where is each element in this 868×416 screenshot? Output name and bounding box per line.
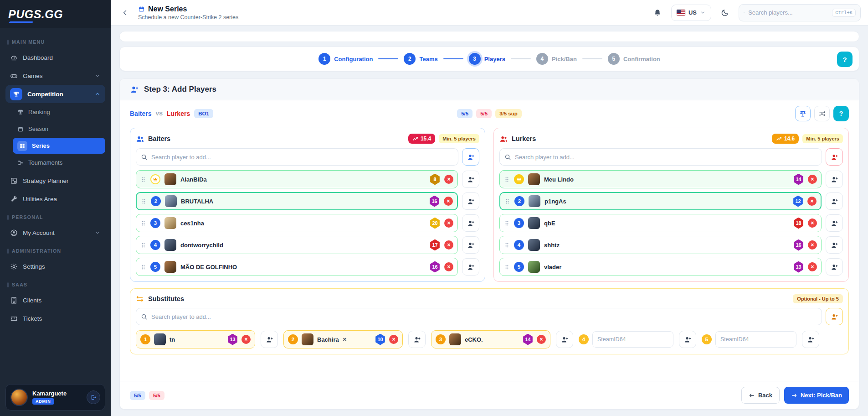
- player-search[interactable]: [499, 148, 822, 166]
- step-number: 3: [469, 53, 481, 65]
- swap-player-button[interactable]: [462, 192, 479, 210]
- player-row[interactable]: 5 MÃO DE GOLFINHO 16 ×: [136, 258, 458, 276]
- sidebar-item-ranking[interactable]: Ranking: [13, 104, 105, 120]
- remove-player-button[interactable]: ×: [241, 335, 251, 344]
- trophy-icon: [10, 88, 22, 100]
- step-teams[interactable]: 2 Teams: [404, 53, 437, 65]
- user-profile-card[interactable]: Kamarguete ADMIN: [5, 384, 105, 411]
- next-pick-ban-button[interactable]: Next: Pick/Ban: [784, 387, 849, 404]
- drag-handle-icon[interactable]: [504, 177, 510, 182]
- app-logo[interactable]: PUGS.GG: [0, 0, 111, 28]
- sidebar-item-season[interactable]: Season: [13, 121, 105, 137]
- steamid-input[interactable]: [715, 331, 796, 348]
- player-search-input[interactable]: [515, 154, 817, 161]
- remove-player-button[interactable]: ×: [444, 240, 453, 250]
- player-row[interactable]: 4 shhtz 16 ×: [499, 236, 822, 254]
- sidebar-item-series[interactable]: Series: [13, 138, 105, 154]
- remove-player-button[interactable]: ×: [444, 175, 453, 184]
- player-name: Bachira: [317, 336, 339, 343]
- drag-handle-icon[interactable]: [141, 198, 147, 204]
- add-from-roster-button[interactable]: [826, 148, 843, 166]
- player-search[interactable]: [136, 148, 458, 166]
- remove-player-button[interactable]: ×: [389, 335, 398, 344]
- sidebar-item-competition[interactable]: Competition: [5, 85, 105, 103]
- player-row[interactable]: 3 qbE 18 ×: [499, 214, 822, 232]
- remove-player-button[interactable]: ×: [808, 240, 817, 250]
- sidebar-item-tickets[interactable]: Tickets: [5, 309, 105, 328]
- sidebar-item-dashboard[interactable]: Dashboard: [5, 48, 105, 67]
- remove-player-button[interactable]: ×: [444, 197, 453, 206]
- sidebar-item-clients[interactable]: Clients: [5, 291, 105, 309]
- help-button[interactable]: ?: [833, 106, 849, 121]
- drag-handle-icon[interactable]: [140, 264, 146, 270]
- remove-player-button[interactable]: ×: [444, 262, 453, 271]
- remove-player-button[interactable]: ×: [537, 335, 546, 344]
- add-by-steamid-button[interactable]: [679, 331, 696, 348]
- sidebar-item-utilities-area[interactable]: Utilities Area: [5, 190, 105, 208]
- player-row[interactable]: 4 dontworrychild 17 ×: [136, 236, 458, 254]
- substitute-search-input[interactable]: [151, 313, 817, 320]
- sidebar-item-games[interactable]: Games: [5, 67, 105, 85]
- remove-player-button[interactable]: ×: [808, 175, 817, 184]
- step-players[interactable]: 3 Players: [469, 53, 505, 65]
- back-button[interactable]: Back: [741, 387, 780, 404]
- drag-handle-icon[interactable]: [140, 220, 146, 226]
- locale-selector[interactable]: US: [671, 5, 711, 21]
- sidebar-item-label: Ranking: [28, 109, 50, 115]
- swap-player-button[interactable]: [462, 214, 479, 232]
- substitute-slot[interactable]: 1 tn 13 ×: [136, 330, 255, 348]
- drag-handle-icon[interactable]: [140, 242, 146, 248]
- drag-handle-icon[interactable]: [504, 198, 510, 204]
- substitute-slot[interactable]: 2 Bachira ✕ 10 ×: [283, 330, 403, 348]
- swap-player-button[interactable]: [462, 171, 479, 188]
- drag-handle-icon[interactable]: [504, 264, 510, 270]
- step-pick-ban[interactable]: 4 Pick/Ban: [536, 53, 577, 65]
- swap-player-button[interactable]: [462, 258, 479, 276]
- logout-button[interactable]: [87, 390, 100, 404]
- dark-mode-toggle[interactable]: [717, 5, 733, 21]
- drag-handle-icon[interactable]: [140, 177, 146, 182]
- swap-player-button[interactable]: [261, 331, 278, 348]
- swap-player-button[interactable]: [462, 236, 479, 254]
- drag-handle-icon[interactable]: [504, 220, 510, 226]
- player-row[interactable]: 2 BRUTALHA 16 ×: [136, 192, 458, 210]
- drag-handle-icon[interactable]: [504, 242, 510, 248]
- steamid-input[interactable]: [592, 331, 673, 348]
- shuffle-teams-button[interactable]: [814, 106, 830, 121]
- sidebar-item-my-account[interactable]: My Account: [5, 224, 105, 242]
- swap-player-button[interactable]: [826, 171, 843, 188]
- remove-player-button[interactable]: ×: [808, 218, 817, 228]
- search-input[interactable]: [748, 9, 828, 16]
- step-configuration[interactable]: 1 Configuration: [318, 53, 373, 65]
- player-row[interactable]: 5 vlader 13 ×: [499, 258, 822, 276]
- swap-player-button[interactable]: [826, 258, 843, 276]
- swap-player-button[interactable]: [826, 214, 843, 232]
- sidebar-item-tournaments[interactable]: Tournaments: [13, 155, 105, 171]
- help-button[interactable]: ?: [837, 52, 853, 67]
- player-search-input[interactable]: [151, 154, 453, 161]
- balance-teams-button[interactable]: [795, 106, 811, 121]
- notifications-button[interactable]: [649, 5, 666, 21]
- remove-player-button[interactable]: ×: [807, 197, 817, 206]
- top-header: New Series Schedule a new Counter-Strike…: [111, 0, 868, 26]
- remove-player-button[interactable]: ×: [808, 262, 817, 271]
- global-search[interactable]: Ctrl+K: [739, 4, 861, 21]
- step-confirmation[interactable]: 5 Confirmation: [608, 53, 660, 65]
- player-row[interactable]: Meu Lindo 14 ×: [499, 170, 822, 188]
- player-row[interactable]: AlanBiDa 8 ×: [136, 170, 458, 188]
- swap-player-button[interactable]: [826, 192, 843, 210]
- player-row[interactable]: 2 p1ngAs 12 ×: [499, 192, 822, 210]
- back-chevron-button[interactable]: [118, 5, 133, 20]
- swap-player-button[interactable]: [826, 236, 843, 254]
- player-row[interactable]: 3 ces1nha 20 ×: [136, 214, 458, 232]
- add-from-roster-button[interactable]: [462, 148, 479, 166]
- substitute-search[interactable]: [136, 308, 822, 325]
- swap-player-button[interactable]: [556, 331, 573, 348]
- sidebar-item-settings[interactable]: Settings: [5, 257, 105, 276]
- substitute-slot[interactable]: 3 eCKO. 14 ×: [431, 330, 550, 348]
- swap-player-button[interactable]: [408, 331, 426, 348]
- add-substitute-button[interactable]: [826, 308, 843, 325]
- add-by-steamid-button[interactable]: [802, 331, 819, 348]
- sidebar-item-strategy-planner[interactable]: Strategy Planner: [5, 172, 105, 190]
- remove-player-button[interactable]: ×: [444, 218, 453, 228]
